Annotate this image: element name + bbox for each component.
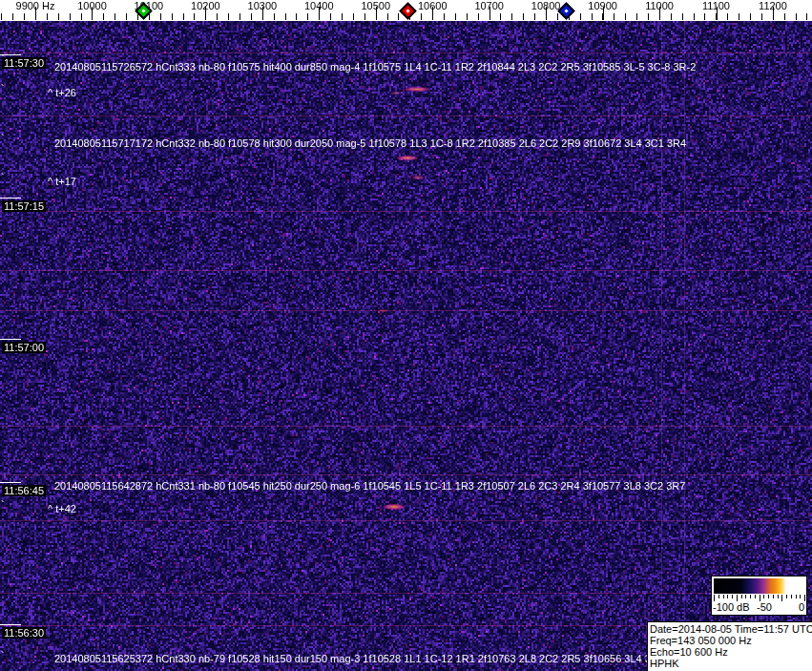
freq-minor-tick	[1, 13, 2, 20]
freq-minor-tick	[70, 13, 71, 20]
freq-minor-tick	[694, 13, 695, 20]
event-annotation: 20140805115625372 hCnt330 nb-79 f10528 h…	[54, 653, 664, 664]
event-left-tick: `	[1, 173, 5, 182]
freq-minor-tick	[444, 13, 445, 20]
event-left-tick: `	[1, 84, 5, 94]
freq-tick-label: 10800	[531, 0, 561, 11]
colorbar-tick	[755, 595, 756, 598]
freq-marker-red-icon[interactable]	[399, 2, 416, 19]
freq-minor-tick	[274, 13, 275, 20]
marker-center-dot	[564, 9, 568, 12]
freq-minor-tick	[12, 13, 13, 20]
freq-minor-tick	[467, 13, 468, 20]
event-annotation: 20140805115726572 hCnt333 nb-80 f10575 h…	[54, 61, 696, 73]
freq-tick-label: 11200	[759, 0, 787, 11]
freq-minor-tick	[115, 13, 115, 20]
colorbar-tick	[763, 595, 764, 598]
interference-line-horizontal	[0, 115, 812, 116]
colorbar-label-min: -100 dB	[713, 601, 750, 613]
colorbar-tick	[804, 595, 805, 601]
time-major-tick	[0, 339, 21, 340]
freq-minor-tick	[784, 13, 785, 20]
info-frequency: Freq=143 050 000 Hz	[650, 635, 810, 646]
colorbar-tick	[791, 595, 792, 598]
marker-center-dot	[406, 9, 409, 12]
freq-minor-tick	[614, 13, 614, 20]
meteor-echo-streak	[379, 309, 388, 312]
interference-line-horizontal	[0, 474, 812, 475]
freq-minor-tick	[342, 13, 343, 20]
freq-minor-tick	[285, 13, 286, 20]
interference-line-vertical	[661, 21, 662, 671]
event-left-tick: `	[1, 54, 5, 64]
colorbar-tick	[773, 595, 774, 598]
freq-tick-label: 10400	[304, 0, 334, 11]
freq-minor-tick	[58, 13, 59, 20]
freq-minor-tick	[455, 13, 456, 20]
freq-tick-label: 10500	[361, 0, 390, 11]
freq-minor-tick	[296, 13, 297, 20]
time-label: 11:56:30	[2, 627, 46, 639]
meteor-echo-streak	[412, 176, 424, 179]
meteor-echo-streak	[397, 156, 418, 160]
meteor-echo-streak	[390, 92, 402, 94]
freq-minor-tick	[24, 13, 25, 20]
colorbar-tick	[768, 595, 769, 598]
time-label: 11:57:30	[2, 57, 46, 69]
colorbar-tick	[796, 595, 797, 598]
interference-line-horizontal	[0, 426, 812, 427]
time-label: 11:57:15	[2, 200, 46, 212]
freq-minor-tick	[580, 13, 581, 20]
frequency-ruler: 9900 Hz100001010010200103001040010500106…	[0, 0, 812, 21]
meteor-echo-streak	[384, 504, 405, 510]
meteor-echo-streak	[405, 87, 429, 92]
event-left-tick: `	[1, 500, 5, 510]
colorbar-tick	[750, 595, 751, 598]
colorbar-tick	[741, 595, 742, 598]
freq-minor-tick	[671, 13, 672, 20]
time-major-tick	[0, 624, 21, 625]
freq-minor-tick	[103, 13, 104, 20]
colorbar-tick	[760, 595, 760, 601]
freq-minor-tick	[387, 13, 388, 20]
time-major-tick	[0, 198, 21, 199]
info-echo-frequency: Echo=10 600 Hz	[650, 646, 810, 658]
freq-minor-tick	[228, 13, 229, 20]
freq-minor-tick	[557, 13, 558, 20]
freq-minor-tick	[239, 13, 240, 20]
freq-minor-tick	[727, 13, 728, 20]
freq-minor-tick	[353, 13, 354, 20]
freq-tick-label: 9900 Hz	[16, 0, 55, 11]
freq-minor-tick	[160, 13, 161, 20]
event-left-tick: `	[1, 134, 5, 143]
freq-minor-tick	[592, 13, 593, 20]
colorbar-tick	[732, 595, 733, 598]
colorbar-tick	[745, 595, 746, 598]
freq-minor-tick	[682, 13, 683, 20]
freq-minor-tick	[183, 13, 184, 20]
colorbar-tick	[800, 595, 801, 598]
event-annotation: 20140805115642872 hCnt331 nb-80 f10545 h…	[54, 480, 685, 492]
freq-minor-tick	[307, 13, 308, 20]
freq-minor-tick	[126, 13, 127, 20]
freq-tick-label: 11100	[702, 0, 730, 11]
freq-minor-tick	[806, 13, 807, 20]
colorbar-tick	[737, 595, 738, 601]
colorbar-label-max: 0	[799, 601, 804, 613]
freq-minor-tick	[534, 13, 535, 20]
time-label: 11:56:45	[2, 485, 46, 496]
marker-center-dot	[141, 9, 145, 12]
freq-tick-label: 10700	[474, 0, 504, 11]
interference-line-horizontal	[0, 270, 812, 271]
freq-tick-label: 10600	[418, 0, 448, 11]
freq-minor-tick	[364, 13, 365, 20]
colorbar-tick	[718, 595, 719, 598]
freq-minor-tick	[739, 13, 739, 20]
interference-line-horizontal	[0, 211, 812, 212]
freq-minor-tick	[251, 13, 252, 20]
event-annotation: 20140805115717172 hCnt332 nb-80 f10578 h…	[54, 137, 686, 149]
colorbar-tick	[714, 595, 715, 601]
time-label: 11:57:00	[2, 342, 46, 353]
freq-tick-label: 11000	[645, 0, 674, 11]
colorbar-tick	[778, 595, 779, 598]
